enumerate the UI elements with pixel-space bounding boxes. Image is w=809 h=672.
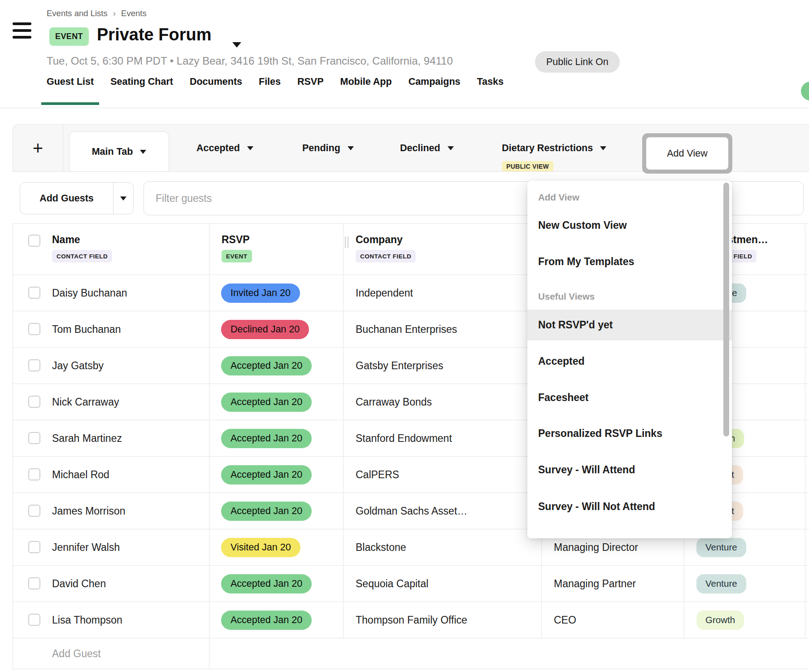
rsvp-status-pill[interactable]: Visited Jan 20 [221, 538, 300, 557]
menu-item-new-custom-view[interactable]: New Custom View [538, 218, 627, 232]
add-guests-button[interactable]: Add Guests [20, 183, 113, 214]
rsvp-status-pill[interactable]: Accepted Jan 20 [221, 356, 312, 375]
row-checkbox[interactable] [28, 505, 40, 517]
guest-name: Lisa Thompson [52, 614, 122, 626]
view-tab-pending[interactable]: Pending [302, 125, 354, 171]
row-checkbox[interactable] [28, 614, 40, 626]
tab-campaigns[interactable]: Campaigns [409, 76, 461, 105]
guest-name: Nick Carraway [52, 396, 119, 408]
title-dropdown-caret-icon[interactable] [232, 42, 241, 48]
chevron-right-icon: › [113, 9, 116, 18]
row-checkbox[interactable] [28, 432, 40, 444]
page-title: Private Forum [97, 25, 212, 44]
event-datetime-location: Tue, Oct 5, 6:30 PM PDT • Lazy Bear, 341… [47, 55, 453, 67]
add-guests-dropdown-button[interactable] [113, 183, 133, 214]
menu-item-accepted[interactable]: Accepted [538, 354, 585, 368]
rsvp-status-pill[interactable]: Accepted Jan 20 [221, 502, 312, 521]
guest-company: CalPERS [356, 469, 399, 481]
add-view-button-ring[interactable]: Add View [642, 133, 732, 174]
segment-badge: Growth [696, 611, 744, 630]
guest-company: Blackstone [356, 541, 406, 554]
guest-title: CEO [554, 614, 576, 626]
menu-item-survey-will-not-attend[interactable]: Survey - Will Not Attend [538, 499, 655, 514]
guest-company: Goldman Sachs Asset… [356, 505, 467, 517]
chevron-down-icon [348, 146, 354, 150]
menu-section-label: Add View [538, 190, 579, 205]
view-tab-main-tab[interactable]: Main Tab [69, 131, 169, 172]
add-guest-row[interactable]: Add Guest [13, 638, 809, 669]
tab-mobile-app[interactable]: Mobile App [340, 76, 392, 105]
rsvp-status-pill[interactable]: Accepted Jan 20 [221, 393, 312, 412]
tab-rsvp[interactable]: RSVP [297, 76, 324, 105]
breadcrumb: Events and Lists › Events [47, 9, 147, 18]
menu-scrollbar-thumb[interactable] [723, 183, 729, 436]
guest-name: David Chen [52, 578, 106, 590]
guest-company: Gatsby Enterprises [356, 360, 444, 372]
guest-name: Jennifer Walsh [52, 541, 120, 554]
view-tab-accepted[interactable]: Accepted [196, 125, 253, 171]
row-checkbox[interactable] [28, 396, 40, 408]
menu-item-facesheet[interactable]: Facesheet [538, 390, 589, 405]
guest-name: Sarah Martinez [52, 432, 122, 445]
column-header-name[interactable]: Name CONTACT FIELD [13, 224, 209, 275]
row-checkbox[interactable] [28, 541, 40, 553]
row-checkbox[interactable] [28, 359, 40, 371]
column-header-company[interactable]: Company CONTACT FIELD [344, 224, 542, 275]
tab-files[interactable]: Files [259, 76, 281, 105]
view-tab-label: Pending [302, 143, 340, 154]
breadcrumb-events-and-lists[interactable]: Events and Lists [47, 9, 108, 18]
column-header-rsvp[interactable]: RSVP EVENT [209, 224, 344, 275]
add-view-tab-button[interactable]: + [13, 125, 63, 171]
public-view-badge: PUBLIC VIEW [502, 161, 553, 171]
menu-item-not-rsvpd-yet[interactable]: Not RSVP'd yet [527, 310, 732, 340]
table-row[interactable]: Lisa Thompson Accepted Jan 20 Thompson F… [13, 602, 809, 638]
menu-item-personalized-rsvp-links[interactable]: Personalized RSVP Links [538, 426, 662, 441]
column-header-overflow [805, 224, 809, 275]
view-tab-strip: + Main Tab Accepted Pending Declined Die… [13, 124, 809, 172]
menu-item-from-my-templates[interactable]: From My Templates [538, 254, 634, 269]
event-type-badge: EVENT [49, 27, 89, 46]
tab-documents[interactable]: Documents [190, 76, 242, 105]
column-type-badge: CONTACT FIELD [52, 250, 112, 262]
row-checkbox[interactable] [28, 577, 40, 589]
guest-name: Jay Gatsby [52, 360, 104, 372]
guest-company: Thompson Family Office [356, 614, 467, 626]
menu-item-clipped[interactable]: 2024 Summit [538, 537, 602, 538]
add-guest-placeholder[interactable]: Add Guest [52, 648, 101, 660]
chevron-down-icon [600, 146, 606, 150]
column-label: Company [356, 234, 541, 246]
row-checkbox[interactable] [28, 287, 40, 299]
rsvp-status-pill[interactable]: Declined Jan 20 [221, 320, 309, 339]
header-divider [0, 108, 809, 108]
rsvp-status-pill[interactable]: Accepted Jan 20 [221, 574, 312, 593]
guest-name: James Morrison [52, 505, 126, 517]
notification-dot[interactable] [801, 82, 809, 100]
table-row[interactable]: David Chen Accepted Jan 20 Sequoia Capit… [13, 566, 809, 602]
guest-company: Buchanan Enterprises [356, 323, 457, 336]
rsvp-status-pill[interactable]: Accepted Jan 20 [221, 429, 312, 448]
column-type-badge: CONTACT FIELD [356, 250, 416, 262]
segment-badge: Venture [696, 574, 746, 593]
public-link-status-badge[interactable]: Public Link On [535, 51, 620, 73]
tab-guest-list[interactable]: Guest List [47, 76, 94, 105]
hamburger-menu-icon[interactable] [13, 22, 31, 39]
column-resize-handle[interactable] [345, 236, 348, 248]
row-checkbox[interactable] [28, 468, 40, 480]
tab-seating-chart[interactable]: Seating Chart [110, 76, 173, 105]
add-guests-split-button[interactable]: Add Guests [20, 182, 134, 214]
add-view-dropdown-menu: Add View New Custom View From My Templat… [527, 181, 732, 538]
menu-section-label: Useful Views [538, 289, 595, 304]
breadcrumb-events[interactable]: Events [121, 9, 147, 18]
add-view-button[interactable]: Add View [646, 137, 728, 170]
tab-tasks[interactable]: Tasks [477, 76, 504, 105]
view-tab-declined[interactable]: Declined [400, 125, 454, 171]
rsvp-status-pill[interactable]: Accepted Jan 20 [221, 465, 312, 484]
rsvp-status-pill[interactable]: Invited Jan 20 [221, 284, 300, 303]
row-checkbox[interactable] [28, 323, 40, 335]
chevron-down-icon [120, 196, 126, 201]
select-all-checkbox[interactable] [28, 235, 40, 247]
guest-title: Managing Partner [554, 578, 636, 590]
menu-item-survey-will-attend[interactable]: Survey - Will Attend [538, 463, 635, 477]
rsvp-status-pill[interactable]: Accepted Jan 20 [221, 611, 312, 630]
guest-name: Michael Rod [52, 469, 109, 481]
